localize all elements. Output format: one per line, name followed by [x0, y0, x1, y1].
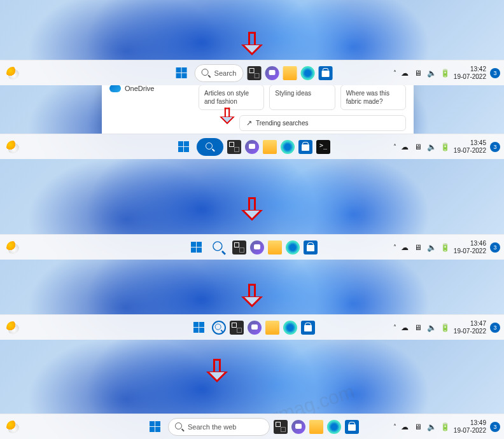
search-box[interactable]: Search: [195, 64, 244, 82]
onedrive-tray-icon[interactable]: ☁: [400, 242, 410, 252]
edge-button[interactable]: [283, 321, 297, 335]
network-tray-icon[interactable]: 🖥: [414, 68, 423, 78]
store-button[interactable]: [298, 140, 312, 154]
notification-badge[interactable]: 3: [490, 323, 500, 333]
suggestion-card[interactable]: Styling ideas: [269, 85, 335, 110]
battery-tray-icon[interactable]: 🔋: [440, 323, 450, 332]
edge-button[interactable]: [281, 140, 295, 154]
notification-badge[interactable]: 3: [490, 422, 500, 432]
search-button[interactable]: [197, 138, 223, 156]
file-explorer-button[interactable]: [283, 66, 297, 80]
search-button[interactable]: [209, 238, 228, 257]
tray-overflow-button[interactable]: ˄: [393, 423, 396, 430]
tray-overflow-button[interactable]: ˄: [393, 244, 396, 251]
suggestion-card[interactable]: Where was this fabric made?: [340, 85, 406, 110]
clock[interactable]: 13:4219-07-2022: [454, 66, 486, 81]
volume-tray-icon[interactable]: 🔈: [427, 242, 437, 252]
chat-button[interactable]: [265, 66, 279, 80]
onedrive-tray-icon[interactable]: ☁: [400, 422, 410, 431]
weather-icon: [6, 421, 19, 433]
file-explorer-button[interactable]: [309, 420, 323, 434]
edge-button[interactable]: [300, 66, 314, 80]
file-explorer-button[interactable]: [268, 240, 282, 254]
network-tray-icon[interactable]: 🖥: [414, 323, 423, 332]
file-explorer-button[interactable]: [263, 140, 277, 154]
weather-icon: [6, 321, 19, 334]
onedrive-tray-icon[interactable]: ☁: [400, 142, 410, 151]
search-label: Search the web: [188, 423, 236, 431]
variant-4-search-icon-circled: geekermag.com Windows 11 Pro Insider Pre…: [0, 260, 504, 340]
arrow-icon: [241, 32, 263, 59]
network-tray-icon[interactable]: 🖥: [414, 242, 423, 252]
store-button[interactable]: [345, 420, 359, 434]
trending-searches-header[interactable]: ↗Trending searches: [239, 115, 406, 131]
task-view-button[interactable]: [232, 240, 246, 254]
volume-tray-icon[interactable]: 🔈: [427, 323, 437, 332]
search-button[interactable]: [212, 321, 226, 335]
start-button[interactable]: [189, 318, 208, 337]
network-tray-icon[interactable]: 🖥: [414, 142, 423, 151]
notification-badge[interactable]: 3: [490, 242, 500, 253]
task-view-button[interactable]: [274, 420, 288, 434]
chat-button[interactable]: [248, 321, 262, 335]
start-button[interactable]: [174, 137, 193, 157]
start-button[interactable]: [145, 417, 164, 436]
tray-overflow-button[interactable]: ˄: [393, 69, 396, 76]
widgets-button[interactable]: [4, 418, 22, 436]
terminal-button[interactable]: [316, 140, 330, 154]
taskbar: ˄ ☁ 🖥 🔈 🔋 13:4519-07-2022 3: [0, 134, 504, 159]
taskbar: ˄ ☁ 🖥 🔈 🔋 13:4619-07-2022 3: [0, 234, 504, 260]
battery-tray-icon[interactable]: 🔋: [440, 68, 450, 78]
weather-icon: [6, 141, 19, 153]
clock[interactable]: 13:4719-07-2022: [454, 320, 486, 335]
taskbar: Search ˄ ☁ 🖥 🔈 🔋 13:4219-07-2022 3: [0, 60, 504, 85]
onedrive-icon: [109, 85, 121, 92]
store-button[interactable]: [318, 66, 332, 80]
widgets-button[interactable]: [4, 64, 22, 82]
arrow-icon: [206, 359, 228, 386]
search-box[interactable]: Search the web: [168, 418, 270, 436]
task-view-button[interactable]: [247, 66, 261, 80]
edge-button[interactable]: [286, 240, 300, 254]
clock[interactable]: 13:4919-07-2022: [454, 419, 486, 435]
search-icon: [206, 143, 214, 151]
battery-tray-icon[interactable]: 🔋: [440, 142, 450, 151]
suggestion-card[interactable]: Articles on style and fashion: [199, 85, 264, 110]
windows-logo-icon: [150, 421, 160, 432]
weather-icon: [6, 241, 19, 254]
widgets-button[interactable]: [4, 239, 22, 256]
clock[interactable]: 13:4519-07-2022: [454, 139, 486, 155]
volume-tray-icon[interactable]: 🔈: [427, 142, 437, 151]
start-button[interactable]: [186, 238, 206, 257]
volume-tray-icon[interactable]: 🔈: [427, 68, 437, 78]
widgets-button[interactable]: [4, 138, 22, 156]
notification-badge[interactable]: 3: [490, 68, 500, 78]
task-view-button[interactable]: [227, 140, 241, 154]
arrow-icon: [241, 284, 263, 310]
onedrive-item[interactable]: OneDrive: [109, 85, 192, 92]
task-view-button[interactable]: [230, 321, 244, 335]
tray-overflow-button[interactable]: ˄: [393, 143, 396, 150]
store-button[interactable]: [301, 321, 315, 335]
search-icon: [213, 241, 225, 254]
onedrive-tray-icon[interactable]: ☁: [400, 323, 410, 332]
battery-tray-icon[interactable]: 🔋: [440, 242, 450, 252]
windows-logo-icon: [176, 67, 186, 78]
start-button[interactable]: [172, 64, 191, 83]
chat-button[interactable]: [291, 420, 305, 434]
volume-tray-icon[interactable]: 🔈: [427, 422, 437, 431]
notification-badge[interactable]: 3: [490, 142, 500, 152]
tray-overflow-button[interactable]: ˄: [393, 324, 396, 331]
taskbar: Search the web ˄ ☁ 🖥 🔈 🔋 13:4919-07-2022…: [0, 414, 504, 439]
clock[interactable]: 13:4619-07-2022: [454, 240, 486, 255]
network-tray-icon[interactable]: 🖥: [414, 422, 423, 431]
chat-button[interactable]: [245, 140, 259, 154]
search-popup: OneDrive Articles on style and fashion S…: [102, 85, 414, 134]
widgets-button[interactable]: [4, 319, 22, 337]
battery-tray-icon[interactable]: 🔋: [440, 422, 450, 431]
onedrive-tray-icon[interactable]: ☁: [400, 68, 410, 78]
store-button[interactable]: [304, 240, 318, 254]
edge-button[interactable]: [327, 420, 341, 434]
chat-button[interactable]: [250, 240, 264, 254]
file-explorer-button[interactable]: [265, 321, 279, 335]
